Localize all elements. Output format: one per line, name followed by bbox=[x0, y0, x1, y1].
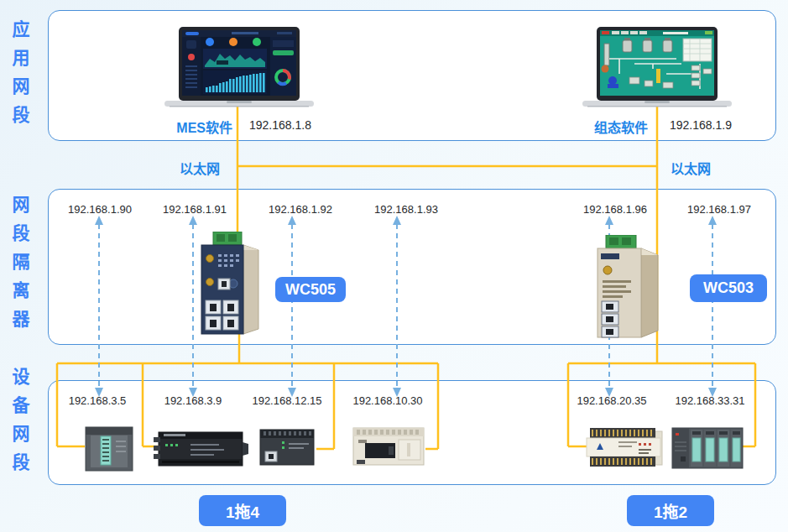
plc-delta-image bbox=[585, 423, 664, 472]
isolator-ip-90: 192.168.1.90 bbox=[68, 203, 132, 216]
device-ip-33-31: 192.168.33.31 bbox=[675, 394, 744, 407]
device-ip-20-35: 192.168.20.35 bbox=[577, 394, 646, 407]
scada-laptop-image bbox=[582, 25, 732, 109]
scada-software-label: 组态软件 bbox=[579, 117, 648, 137]
ratio-badge-right: 1拖2 bbox=[627, 495, 714, 526]
mes-laptop-image bbox=[164, 25, 314, 109]
plc-s7-200-image bbox=[154, 425, 249, 471]
isolator-ip-93: 192.168.1.93 bbox=[374, 203, 438, 216]
device-ip-3-5: 192.168.3.5 bbox=[69, 394, 127, 407]
wc503-gateway-image bbox=[596, 235, 663, 341]
isolator-ip-97: 192.168.1.97 bbox=[687, 203, 751, 216]
ethernet-label-left: 以太网 bbox=[180, 158, 220, 178]
ratio-badge-left: 1拖4 bbox=[199, 495, 286, 526]
plc-fx-image bbox=[352, 421, 427, 468]
wc503-badge: WC503 bbox=[690, 274, 767, 302]
ethernet-label-right: 以太网 bbox=[671, 158, 711, 178]
device-ip-12-15: 192.168.12.15 bbox=[252, 394, 321, 407]
network-diagram: 应用网段 网段隔离器 设备网段 bbox=[0, 0, 788, 532]
mes-software-label: MES软件 bbox=[164, 117, 232, 137]
isolator-ip-91: 192.168.1.91 bbox=[163, 203, 227, 216]
plc-compact-image bbox=[258, 425, 317, 468]
wc505-gateway-image bbox=[200, 232, 262, 337]
wc505-badge: WC505 bbox=[275, 277, 346, 302]
device-ip-3-9: 192.168.3.9 bbox=[164, 394, 222, 407]
device-ip-10-30: 192.168.10.30 bbox=[352, 394, 422, 407]
plc-s7-module-image bbox=[84, 424, 136, 472]
plc-s7-300-rack-image bbox=[671, 425, 744, 470]
scada-ip: 192.168.1.9 bbox=[670, 118, 732, 132]
isolator-ip-96: 192.168.1.96 bbox=[583, 203, 647, 216]
mes-ip: 192.168.1.8 bbox=[249, 118, 311, 132]
isolator-ip-92: 192.168.1.92 bbox=[269, 203, 332, 216]
